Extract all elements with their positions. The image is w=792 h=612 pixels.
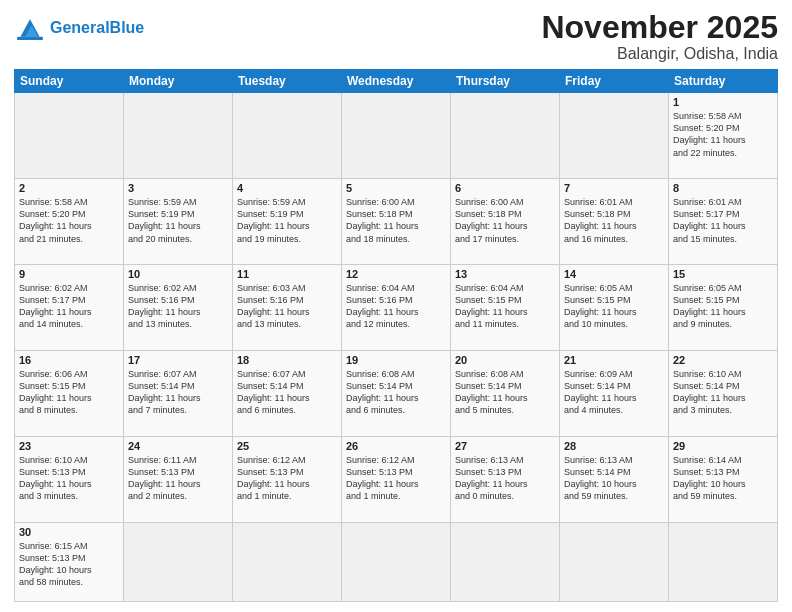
day-info: Sunrise: 6:12 AM Sunset: 5:13 PM Dayligh… [237, 454, 337, 503]
day-number: 29 [673, 440, 773, 452]
weekday-header-row: Sunday Monday Tuesday Wednesday Thursday… [15, 70, 778, 93]
day-info: Sunrise: 6:15 AM Sunset: 5:13 PM Dayligh… [19, 540, 119, 589]
logo-text: GeneralBlue [50, 19, 144, 37]
table-row [560, 93, 669, 179]
day-number: 28 [564, 440, 664, 452]
table-row [342, 522, 451, 601]
day-number: 1 [673, 96, 773, 108]
day-info: Sunrise: 5:59 AM Sunset: 5:19 PM Dayligh… [128, 196, 228, 245]
table-row: 3Sunrise: 5:59 AM Sunset: 5:19 PM Daylig… [124, 179, 233, 265]
table-row [15, 93, 124, 179]
table-row: 27Sunrise: 6:13 AM Sunset: 5:13 PM Dayli… [451, 436, 560, 522]
table-row: 19Sunrise: 6:08 AM Sunset: 5:14 PM Dayli… [342, 350, 451, 436]
header-sunday: Sunday [15, 70, 124, 93]
day-number: 13 [455, 268, 555, 280]
header-friday: Friday [560, 70, 669, 93]
table-row: 26Sunrise: 6:12 AM Sunset: 5:13 PM Dayli… [342, 436, 451, 522]
day-info: Sunrise: 6:13 AM Sunset: 5:14 PM Dayligh… [564, 454, 664, 503]
day-number: 12 [346, 268, 446, 280]
day-info: Sunrise: 6:05 AM Sunset: 5:15 PM Dayligh… [673, 282, 773, 331]
logo: GeneralBlue [14, 14, 144, 42]
day-number: 11 [237, 268, 337, 280]
day-info: Sunrise: 6:14 AM Sunset: 5:13 PM Dayligh… [673, 454, 773, 503]
logo-icon [14, 14, 46, 42]
table-row: 6Sunrise: 6:00 AM Sunset: 5:18 PM Daylig… [451, 179, 560, 265]
day-info: Sunrise: 6:04 AM Sunset: 5:16 PM Dayligh… [346, 282, 446, 331]
table-row: 21Sunrise: 6:09 AM Sunset: 5:14 PM Dayli… [560, 350, 669, 436]
day-number: 26 [346, 440, 446, 452]
day-number: 22 [673, 354, 773, 366]
table-row: 16Sunrise: 6:06 AM Sunset: 5:15 PM Dayli… [15, 350, 124, 436]
table-row: 12Sunrise: 6:04 AM Sunset: 5:16 PM Dayli… [342, 264, 451, 350]
table-row: 1Sunrise: 5:58 AM Sunset: 5:20 PM Daylig… [669, 93, 778, 179]
day-info: Sunrise: 6:02 AM Sunset: 5:16 PM Dayligh… [128, 282, 228, 331]
table-row [233, 522, 342, 601]
table-row [669, 522, 778, 601]
table-row: 9Sunrise: 6:02 AM Sunset: 5:17 PM Daylig… [15, 264, 124, 350]
title-block: November 2025 Balangir, Odisha, India [541, 10, 778, 63]
day-number: 15 [673, 268, 773, 280]
header: GeneralBlue November 2025 Balangir, Odis… [14, 10, 778, 63]
table-row: 7Sunrise: 6:01 AM Sunset: 5:18 PM Daylig… [560, 179, 669, 265]
header-thursday: Thursday [451, 70, 560, 93]
day-info: Sunrise: 6:10 AM Sunset: 5:13 PM Dayligh… [19, 454, 119, 503]
table-row: 4Sunrise: 5:59 AM Sunset: 5:19 PM Daylig… [233, 179, 342, 265]
day-info: Sunrise: 6:08 AM Sunset: 5:14 PM Dayligh… [346, 368, 446, 417]
table-row: 24Sunrise: 6:11 AM Sunset: 5:13 PM Dayli… [124, 436, 233, 522]
day-number: 21 [564, 354, 664, 366]
table-row [124, 522, 233, 601]
day-info: Sunrise: 6:00 AM Sunset: 5:18 PM Dayligh… [455, 196, 555, 245]
day-number: 8 [673, 182, 773, 194]
day-info: Sunrise: 5:58 AM Sunset: 5:20 PM Dayligh… [673, 110, 773, 159]
day-info: Sunrise: 6:07 AM Sunset: 5:14 PM Dayligh… [237, 368, 337, 417]
day-number: 23 [19, 440, 119, 452]
day-info: Sunrise: 6:08 AM Sunset: 5:14 PM Dayligh… [455, 368, 555, 417]
table-row: 2Sunrise: 5:58 AM Sunset: 5:20 PM Daylig… [15, 179, 124, 265]
day-number: 16 [19, 354, 119, 366]
day-number: 2 [19, 182, 119, 194]
table-row [451, 522, 560, 601]
day-number: 14 [564, 268, 664, 280]
day-number: 19 [346, 354, 446, 366]
day-info: Sunrise: 5:59 AM Sunset: 5:19 PM Dayligh… [237, 196, 337, 245]
logo-general: General [50, 19, 110, 36]
day-info: Sunrise: 6:01 AM Sunset: 5:17 PM Dayligh… [673, 196, 773, 245]
day-number: 20 [455, 354, 555, 366]
day-info: Sunrise: 6:11 AM Sunset: 5:13 PM Dayligh… [128, 454, 228, 503]
day-info: Sunrise: 6:04 AM Sunset: 5:15 PM Dayligh… [455, 282, 555, 331]
table-row: 22Sunrise: 6:10 AM Sunset: 5:14 PM Dayli… [669, 350, 778, 436]
day-info: Sunrise: 6:07 AM Sunset: 5:14 PM Dayligh… [128, 368, 228, 417]
day-info: Sunrise: 6:01 AM Sunset: 5:18 PM Dayligh… [564, 196, 664, 245]
table-row: 10Sunrise: 6:02 AM Sunset: 5:16 PM Dayli… [124, 264, 233, 350]
day-number: 4 [237, 182, 337, 194]
day-number: 30 [19, 526, 119, 538]
table-row: 15Sunrise: 6:05 AM Sunset: 5:15 PM Dayli… [669, 264, 778, 350]
table-row: 23Sunrise: 6:10 AM Sunset: 5:13 PM Dayli… [15, 436, 124, 522]
table-row [451, 93, 560, 179]
day-number: 5 [346, 182, 446, 194]
table-row [560, 522, 669, 601]
day-info: Sunrise: 6:02 AM Sunset: 5:17 PM Dayligh… [19, 282, 119, 331]
day-number: 18 [237, 354, 337, 366]
day-number: 24 [128, 440, 228, 452]
table-row: 11Sunrise: 6:03 AM Sunset: 5:16 PM Dayli… [233, 264, 342, 350]
table-row: 28Sunrise: 6:13 AM Sunset: 5:14 PM Dayli… [560, 436, 669, 522]
table-row: 8Sunrise: 6:01 AM Sunset: 5:17 PM Daylig… [669, 179, 778, 265]
day-info: Sunrise: 6:05 AM Sunset: 5:15 PM Dayligh… [564, 282, 664, 331]
day-info: Sunrise: 6:13 AM Sunset: 5:13 PM Dayligh… [455, 454, 555, 503]
svg-rect-2 [17, 37, 43, 40]
day-info: Sunrise: 5:58 AM Sunset: 5:20 PM Dayligh… [19, 196, 119, 245]
day-info: Sunrise: 6:12 AM Sunset: 5:13 PM Dayligh… [346, 454, 446, 503]
table-row [233, 93, 342, 179]
calendar-title: November 2025 [541, 10, 778, 45]
table-row [124, 93, 233, 179]
table-row: 17Sunrise: 6:07 AM Sunset: 5:14 PM Dayli… [124, 350, 233, 436]
header-tuesday: Tuesday [233, 70, 342, 93]
table-row: 5Sunrise: 6:00 AM Sunset: 5:18 PM Daylig… [342, 179, 451, 265]
day-info: Sunrise: 6:10 AM Sunset: 5:14 PM Dayligh… [673, 368, 773, 417]
table-row [342, 93, 451, 179]
day-info: Sunrise: 6:06 AM Sunset: 5:15 PM Dayligh… [19, 368, 119, 417]
header-monday: Monday [124, 70, 233, 93]
table-row: 13Sunrise: 6:04 AM Sunset: 5:15 PM Dayli… [451, 264, 560, 350]
page: GeneralBlue November 2025 Balangir, Odis… [0, 0, 792, 612]
